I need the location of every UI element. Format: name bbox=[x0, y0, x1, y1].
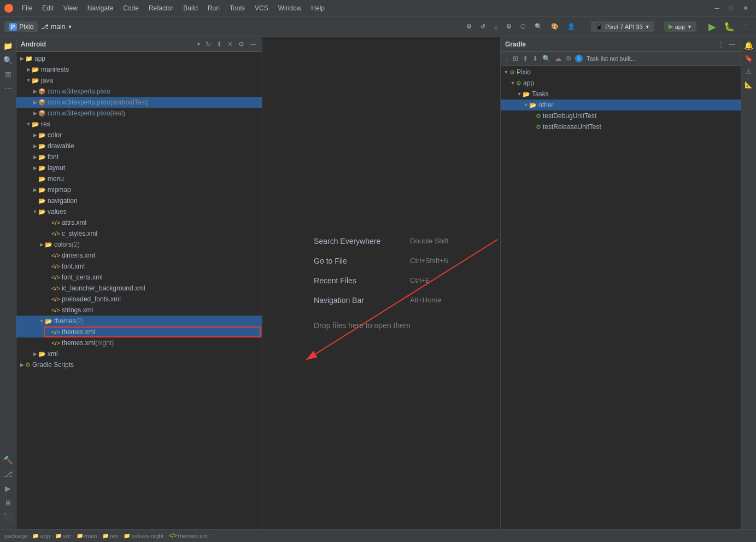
tree-item-layout[interactable]: ▶ 📂 layout bbox=[16, 162, 262, 173]
tree-item-font[interactable]: ▶ 📂 font bbox=[16, 151, 262, 162]
breadcrumb-main[interactable]: 📁 main bbox=[77, 533, 97, 539]
gradle-item-app[interactable]: ▼ ⚙ app bbox=[501, 78, 741, 89]
right-icon-bookmarks[interactable]: 🔖 bbox=[743, 53, 755, 65]
tree-item-strings[interactable]: </> strings.xml bbox=[16, 305, 262, 316]
run-button[interactable]: ▶ bbox=[706, 20, 718, 34]
sidebar-item-structure[interactable]: ⊞ bbox=[2, 68, 15, 81]
toolbar-btn-7[interactable]: 🎨 bbox=[548, 21, 561, 32]
tree-item-color[interactable]: ▶ 📂 color bbox=[16, 130, 262, 141]
menu-edit[interactable]: Edit bbox=[38, 3, 58, 13]
sidebar-item-project[interactable]: 📁 bbox=[2, 39, 15, 53]
sidebar-item-build[interactable]: 🔨 bbox=[2, 453, 15, 467]
toolbar-btn-1[interactable]: ⚙ bbox=[464, 21, 474, 32]
menu-build[interactable]: Build bbox=[179, 3, 202, 13]
gradle-sync-icon[interactable]: ⊞ bbox=[512, 54, 519, 63]
gradle-minimize-icon[interactable]: — bbox=[728, 39, 736, 49]
gradle-item-pixio[interactable]: ▼ ⚙ Pixio bbox=[501, 67, 741, 78]
maximize-button[interactable]: □ bbox=[726, 4, 736, 12]
tree-item-res[interactable]: ▼ 📂 res bbox=[16, 119, 262, 130]
tree-item-java[interactable]: ▼ 📂 java bbox=[16, 75, 262, 86]
sidebar-item-logcat[interactable]: 🖥 bbox=[2, 496, 15, 509]
tree-item-themes[interactable]: ▼ 📂 themes (2) bbox=[16, 316, 262, 327]
tree-item-app[interactable]: ▶ 📁 app bbox=[16, 53, 262, 64]
gradle-collapse-down-icon[interactable]: ⬇ bbox=[531, 54, 539, 63]
collapse-icon[interactable]: ⬆ bbox=[215, 39, 223, 49]
menu-navigate[interactable]: Navigate bbox=[83, 3, 118, 13]
breadcrumb-app[interactable]: 📁 app bbox=[32, 533, 50, 539]
tree-item-font-xml[interactable]: </> font.xml bbox=[16, 261, 262, 272]
breadcrumb-src[interactable]: 📁 src bbox=[55, 533, 71, 539]
tree-item-cstyles[interactable]: </> c_styles.xml bbox=[16, 228, 262, 239]
tree-label-navigation: navigation bbox=[48, 197, 78, 205]
sidebar-item-search[interactable]: 🔍 bbox=[2, 54, 15, 67]
tree-item-pkg1[interactable]: ▶ 📦 com.w3itexperts.pixio bbox=[16, 86, 262, 97]
tree-item-themes-night[interactable]: </> themes.xml (night) bbox=[16, 337, 262, 348]
gradle-more-icon[interactable]: ⋮ bbox=[717, 39, 725, 49]
tree-item-menu[interactable]: 📂 menu bbox=[16, 173, 262, 184]
toolbar-btn-8[interactable]: 👤 bbox=[565, 21, 578, 32]
tree-item-pkg2[interactable]: ▶ 📦 com.w3itexperts.pixio (androidTest) bbox=[16, 97, 262, 108]
tree-item-preloaded-fonts[interactable]: </> preloaded_fonts.xml bbox=[16, 294, 262, 305]
gradle-item-tasks[interactable]: ▼ 📂 Tasks bbox=[501, 89, 741, 100]
close-panel-icon[interactable]: ✕ bbox=[226, 39, 234, 49]
gradle-item-testdebug[interactable]: ⚙ testDebugUnitTest bbox=[501, 110, 741, 121]
menu-run[interactable]: Run bbox=[203, 3, 224, 13]
tree-item-gradle-scripts[interactable]: ▶ ⚙ Gradle Scripts bbox=[16, 359, 262, 370]
toolbar-btn-6[interactable]: 🔍 bbox=[532, 21, 545, 32]
gear-icon[interactable]: ⚙ bbox=[237, 39, 245, 49]
right-icon-notifications[interactable]: 🔔 bbox=[743, 39, 755, 51]
tree-item-themes-xml[interactable]: </> themes.xml bbox=[16, 327, 262, 337]
menu-help[interactable]: Help bbox=[307, 3, 329, 13]
toolbar-btn-2[interactable]: ↺ bbox=[478, 21, 488, 32]
breadcrumb-values-night[interactable]: 📁 values-night bbox=[124, 533, 163, 539]
gradle-item-other[interactable]: ▼ 📂 other bbox=[501, 100, 741, 110]
toolbar-btn-4[interactable]: ⚙ bbox=[503, 21, 514, 32]
breadcrumb-res[interactable]: 📁 res bbox=[102, 533, 118, 539]
breadcrumb-themes-xml[interactable]: </> themes.xml bbox=[169, 533, 209, 539]
panel-minimize-icon[interactable]: — bbox=[249, 39, 257, 49]
tree-item-drawable[interactable]: ▶ 📂 drawable bbox=[16, 141, 262, 151]
gradle-download-icon[interactable]: ↓ bbox=[504, 54, 509, 63]
tree-item-ic-launcher-bg[interactable]: </> ic_launcher_background.xml bbox=[16, 283, 262, 294]
tree-item-mipmap[interactable]: ▶ 📂 mipmap bbox=[16, 184, 262, 195]
project-selector[interactable]: P Pixio bbox=[4, 21, 38, 32]
tree-item-values[interactable]: ▼ 📂 values bbox=[16, 206, 262, 217]
tree-item-xml[interactable]: ▶ 📂 xml bbox=[16, 348, 262, 359]
more-actions-button[interactable]: ⋮ bbox=[740, 21, 752, 32]
tree-item-attrs[interactable]: </> attrs.xml bbox=[16, 217, 262, 228]
menu-window[interactable]: Window bbox=[274, 3, 306, 13]
branch-selector[interactable]: ⎇ main ▼ bbox=[41, 23, 72, 31]
gradle-settings-icon[interactable]: ⚙ bbox=[565, 54, 573, 63]
sync-icon[interactable]: ↻ bbox=[204, 39, 212, 49]
right-icon-layout[interactable]: 📐 bbox=[743, 79, 755, 91]
close-button[interactable]: ✕ bbox=[740, 4, 752, 12]
gradle-item-testrelease[interactable]: ⚙ testReleaseUnitTest bbox=[501, 121, 741, 132]
menu-code[interactable]: Code bbox=[119, 3, 143, 13]
menu-tools[interactable]: Tools bbox=[225, 3, 249, 13]
device-selector[interactable]: 📱 Pixel 7 API 33 ▼ bbox=[591, 21, 654, 32]
menu-file[interactable]: File bbox=[17, 3, 37, 13]
tree-item-dimens[interactable]: </> dimens.xml bbox=[16, 250, 262, 261]
tree-item-colors[interactable]: ▶ 📂 colors (2) bbox=[16, 239, 262, 250]
tree-item-navigation[interactable]: 📂 navigation bbox=[16, 195, 262, 206]
tree-item-pkg3[interactable]: ▶ 📦 com.w3itexperts.pixio (test) bbox=[16, 108, 262, 119]
toolbar-btn-3[interactable]: ≡ bbox=[491, 22, 500, 32]
breadcrumb-package[interactable]: package bbox=[4, 533, 27, 539]
menu-vcs[interactable]: VCS bbox=[250, 3, 273, 13]
menu-refactor[interactable]: Refactor bbox=[144, 3, 178, 13]
debug-button[interactable]: 🐛 bbox=[722, 20, 737, 33]
sidebar-item-run[interactable]: ▶ bbox=[2, 482, 15, 495]
menu-view[interactable]: View bbox=[59, 3, 82, 13]
tree-item-manifests[interactable]: ▶ 📂 manifests bbox=[16, 64, 262, 75]
gradle-network-icon[interactable]: ☁ bbox=[554, 54, 562, 63]
right-icon-problems[interactable]: ⚠ bbox=[743, 66, 755, 78]
run-config-selector[interactable]: ▶ app ▼ bbox=[664, 21, 696, 32]
tree-item-font-certs[interactable]: </> font_certs.xml bbox=[16, 272, 262, 283]
toolbar-btn-5[interactable]: ⬡ bbox=[518, 21, 529, 32]
gradle-search-icon[interactable]: 🔍 bbox=[541, 54, 552, 63]
sidebar-item-more[interactable]: ⋯ bbox=[2, 82, 15, 95]
minimize-button[interactable]: ─ bbox=[711, 4, 723, 12]
sidebar-item-git[interactable]: ⎇ bbox=[2, 468, 15, 481]
sidebar-item-terminal[interactable]: ⬛ bbox=[2, 510, 15, 523]
gradle-collapse-up-icon[interactable]: ⬆ bbox=[521, 54, 529, 63]
